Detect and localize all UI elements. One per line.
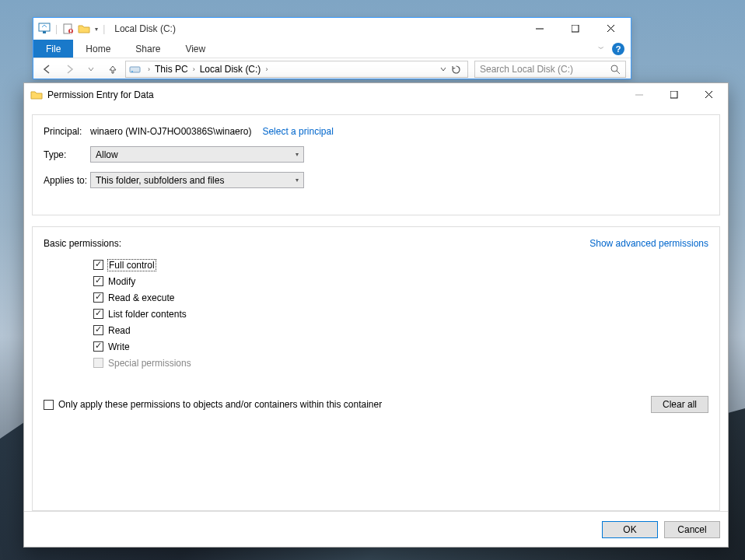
tab-view[interactable]: View	[173, 40, 218, 58]
dialog-title-bar: Permission Entry for Data	[24, 83, 728, 107]
chevron-down-icon: ▾	[296, 177, 299, 184]
show-advanced-link[interactable]: Show advanced permissions	[589, 238, 708, 249]
read-checkbox[interactable]	[93, 325, 103, 335]
special-permissions-checkbox	[93, 358, 103, 368]
ok-button[interactable]: OK	[602, 521, 658, 538]
only-apply-label: Only apply these permissions to objects …	[58, 399, 382, 410]
write-checkbox[interactable]	[93, 341, 103, 352]
explorer-app-icon	[38, 23, 51, 35]
maximize-button[interactable]	[656, 84, 691, 106]
svg-line-13	[617, 71, 620, 74]
folder-icon[interactable]	[78, 23, 90, 35]
permission-dialog: Permission Entry for Data Principal: win…	[23, 82, 729, 548]
ok-label: OK	[623, 524, 636, 535]
only-apply-checkbox[interactable]	[44, 400, 54, 410]
explorer-window: | ▾ | Local Disk (C:) File Home Share Vi…	[33, 17, 631, 79]
svg-rect-15	[670, 91, 677, 98]
type-label: Type:	[44, 149, 90, 160]
applies-to-value: This folder, subfolders and files	[96, 175, 224, 186]
separator: |	[103, 23, 105, 34]
dialog-title: Permission Entry for Data	[47, 89, 154, 100]
drive-icon	[129, 63, 142, 75]
list-folder-label: List folder contents	[108, 309, 187, 320]
search-icon[interactable]	[610, 65, 621, 75]
read-execute-label: Read & execute	[108, 292, 174, 303]
nav-row: › This PC › Local Disk (C:) ›	[33, 58, 631, 80]
refresh-icon[interactable]	[451, 65, 461, 75]
help-icon[interactable]: ?	[612, 43, 624, 55]
breadcrumb-local-disk[interactable]: Local Disk (C:)	[198, 64, 263, 75]
read-label: Read	[108, 325, 131, 336]
chevron-right-icon[interactable]: ›	[262, 65, 271, 73]
principal-label: Principal:	[44, 126, 90, 137]
explorer-title: Local Disk (C:)	[114, 23, 176, 34]
up-button[interactable]	[103, 60, 122, 79]
expand-ribbon-icon[interactable]: ﹀	[598, 44, 604, 53]
chevron-right-icon[interactable]: ›	[190, 65, 198, 73]
cancel-label: Cancel	[677, 524, 706, 535]
quick-access-dropdown-icon[interactable]: ▾	[95, 26, 98, 33]
principal-section: Principal: winaero (WIN-OJ7HO00386S\wina…	[32, 114, 720, 215]
modify-label: Modify	[108, 276, 135, 287]
tab-share[interactable]: Share	[123, 40, 173, 58]
dialog-footer: OK Cancel	[24, 511, 728, 547]
applies-to-select[interactable]: This folder, subfolders and files ▾	[90, 172, 304, 188]
breadcrumb-dropdown-icon[interactable]	[440, 66, 446, 72]
svg-rect-7	[572, 25, 579, 32]
svg-point-12	[611, 65, 617, 72]
tab-file[interactable]: File	[33, 40, 73, 58]
type-select[interactable]: Allow ▾	[90, 146, 304, 163]
minimize-button[interactable]	[522, 18, 558, 40]
folder-icon	[30, 89, 43, 101]
chevron-right-icon[interactable]: ›	[145, 65, 153, 73]
svg-rect-4	[70, 30, 72, 32]
applies-to-label: Applies to:	[44, 175, 90, 186]
minimize-button	[621, 84, 656, 106]
select-principal-link[interactable]: Select a principal	[262, 126, 333, 137]
clear-all-label: Clear all	[663, 399, 697, 410]
permissions-section: Basic permissions: Show advanced permiss…	[32, 226, 720, 511]
svg-rect-1	[43, 31, 46, 33]
svg-rect-5	[70, 33, 72, 33]
maximize-button[interactable]	[558, 18, 593, 40]
ribbon-tabs: File Home Share View ﹀ ?	[33, 40, 631, 58]
back-button[interactable]	[38, 60, 57, 79]
chevron-down-icon: ▾	[296, 151, 299, 158]
full-control-checkbox[interactable]	[93, 260, 103, 270]
explorer-title-bar: | ▾ | Local Disk (C:)	[33, 18, 631, 40]
close-button[interactable]	[593, 18, 629, 40]
tab-home[interactable]: Home	[73, 40, 123, 58]
basic-permissions-label: Basic permissions:	[44, 238, 121, 249]
special-permissions-label: Special permissions	[108, 358, 191, 369]
clear-all-button[interactable]: Clear all	[651, 396, 708, 413]
close-button[interactable]	[691, 84, 726, 106]
forward-button[interactable]	[60, 60, 79, 79]
breadcrumb-bar[interactable]: › This PC › Local Disk (C:) ›	[125, 61, 468, 78]
type-value: Allow	[96, 149, 118, 160]
svg-point-11	[131, 71, 133, 72]
modify-checkbox[interactable]	[93, 276, 103, 286]
read-execute-checkbox[interactable]	[93, 292, 103, 303]
separator: |	[55, 23, 58, 34]
properties-icon[interactable]	[62, 23, 75, 35]
svg-rect-10	[130, 67, 140, 72]
write-label: Write	[108, 341, 130, 352]
search-box[interactable]	[474, 61, 626, 78]
cancel-button[interactable]: Cancel	[664, 521, 720, 538]
full-control-label: Full control	[108, 260, 156, 271]
principal-value: winaero (WIN-OJ7HO00386S\winaero)	[90, 126, 251, 137]
breadcrumb-this-pc[interactable]: This PC	[153, 64, 190, 75]
list-folder-checkbox[interactable]	[93, 309, 103, 319]
recent-dropdown-icon[interactable]	[82, 60, 100, 79]
search-input[interactable]	[480, 64, 610, 75]
